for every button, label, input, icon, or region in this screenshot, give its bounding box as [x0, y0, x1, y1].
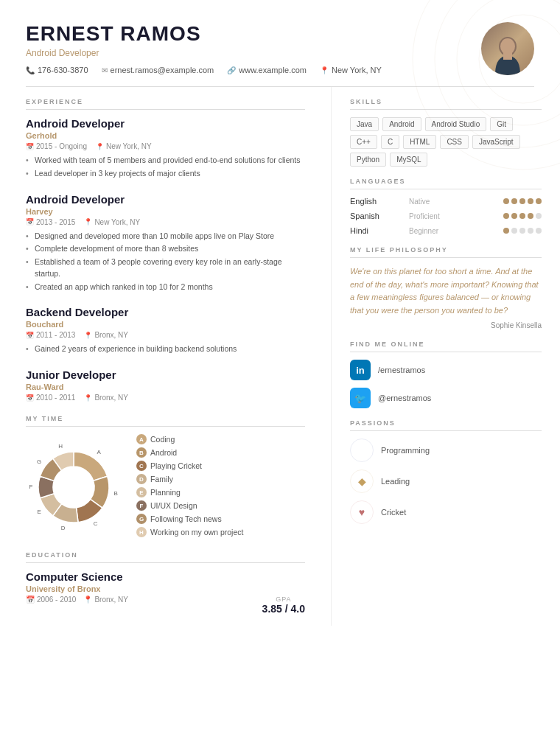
philosophy-text: We're on this planet for too short a tim…: [350, 265, 542, 317]
exp-period: 📅 2010 - 2011: [26, 394, 75, 402]
svg-point-5: [500, 38, 515, 55]
lang-name: Hindi: [350, 226, 409, 235]
skill-tag: JavaScript: [472, 135, 520, 149]
svg-text:E: E: [37, 509, 41, 515]
passion-item-leading: ◆ Leading: [350, 469, 542, 493]
twitter-icon: 🐦: [350, 388, 371, 408]
passions-section: PASSIONS Programming ◆ Leading ♥ Cricket: [350, 419, 542, 524]
exp-period: 📅 2013 - 2015: [26, 218, 75, 226]
philosophy-author: Sophie Kinsella: [350, 321, 542, 329]
languages-list: English Native Spanish Proficient Hindi …: [350, 197, 542, 235]
lang-dots: [503, 213, 542, 219]
edu-period-item: 📅 2006 - 2010: [26, 595, 76, 604]
find-online-section: FIND ME ONLINE in /ernestramos 🐦 @ernest…: [350, 340, 542, 408]
experience-item: Backend Developer Bouchard 📅 2011 - 2013…: [26, 306, 305, 355]
header-left: ERNEST RAMOS Android Developer 📞 176-630…: [26, 22, 382, 74]
legend-letter: A: [136, 434, 147, 444]
main-content: EXPERIENCE Android Developer Gerhold 📅 2…: [0, 87, 560, 626]
svg-text:A: A: [97, 449, 101, 455]
exp-meta: 📅 2015 - Ongoing 📍 New York, NY: [26, 142, 305, 150]
bullet-item: Created an app which ranked in top 10 fo…: [26, 282, 305, 293]
lang-dot: [536, 213, 542, 219]
skill-tag: Android: [382, 117, 421, 131]
exp-location: 📍 Bronx, NY: [84, 331, 128, 339]
languages-label: LANGUAGES: [350, 178, 542, 189]
lang-dot: [503, 228, 509, 234]
legend-letter: E: [136, 487, 147, 497]
social-list: in /ernestramos 🐦 @ernestramos: [350, 360, 542, 408]
education-section: EDUCATION Computer Science University of…: [26, 551, 305, 615]
bullet-item: Gained 2 years of experience in building…: [26, 343, 305, 355]
header: ERNEST RAMOS Android Developer 📞 176-630…: [0, 0, 560, 86]
skill-tag: CSS: [440, 135, 469, 149]
lang-dot: [536, 228, 542, 234]
calendar-icon: 📅: [26, 332, 34, 339]
email-item: ✉ ernest.ramos@example.com: [102, 66, 214, 74]
lang-level: Native: [409, 198, 503, 206]
time-legend-item: F UI/UX Design: [136, 500, 305, 511]
candidate-title: Android Developer: [26, 48, 382, 58]
legend-label: Working on my own project: [150, 528, 243, 537]
exp-company: Harvey: [26, 207, 305, 216]
passion-item-programming: Programming: [350, 439, 542, 462]
legend-label: Following Tech news: [150, 514, 222, 523]
philosophy-label: MY LIFE PHILOSOPHY: [350, 246, 542, 258]
lang-dot: [511, 213, 517, 219]
legend-label: UI/UX Design: [150, 501, 197, 510]
time-legend-item: A Coding: [136, 434, 305, 444]
bullet-item: Designed and developed more than 10 mobi…: [26, 231, 305, 242]
edu-meta: 📅 2006 - 2010 📍 Bronx, NY: [26, 595, 128, 604]
passion-icon: [350, 439, 374, 462]
philosophy-section: MY LIFE PHILOSOPHY We're on this planet …: [350, 246, 542, 329]
avatar: [481, 22, 534, 75]
legend-label: Planning: [150, 488, 181, 497]
contact-info: 📞 176-630-3870 ✉ ernest.ramos@example.co…: [26, 66, 382, 74]
skill-tag: Python: [350, 153, 386, 167]
linkedin-icon: in: [350, 360, 371, 380]
legend-letter: F: [136, 500, 147, 511]
lang-dots: [503, 228, 542, 234]
avatar-image: [481, 22, 534, 75]
svg-text:B: B: [114, 490, 118, 497]
svg-text:F: F: [29, 483, 33, 490]
edu-school: University of Bronx: [26, 584, 305, 593]
experience-item: Junior Developer Rau-Ward 📅 2010 - 2011 …: [26, 368, 305, 402]
time-legend-item: D Family: [136, 474, 305, 484]
gpa-label: GPA: [262, 595, 305, 603]
edu-period: 2006 - 2010: [37, 595, 76, 604]
exp-location: 📍 New York, NY: [84, 218, 140, 226]
edu-location-item: 📍 Bronx, NY: [83, 595, 128, 604]
legend-label: Coding: [150, 435, 175, 444]
lang-dot: [528, 228, 533, 234]
exp-title: Junior Developer: [26, 368, 305, 381]
edu-meta-row: 📅 2006 - 2010 📍 Bronx, NY GPA 3.85 / 4.0: [26, 595, 305, 615]
time-legend-item: E Planning: [136, 487, 305, 497]
lang-level: Beginner: [409, 227, 503, 235]
skills-label: SKILLS: [350, 98, 542, 110]
legend-letter: G: [136, 514, 147, 524]
exp-company: Gerhold: [26, 131, 305, 140]
experience-label: EXPERIENCE: [26, 98, 305, 110]
time-legend-item: B Android: [136, 447, 305, 458]
social-item-twitter[interactable]: 🐦 @ernestramos: [350, 388, 542, 408]
passion-icon: ◆: [350, 469, 374, 493]
lang-level: Proficient: [409, 212, 503, 220]
exp-period: 📅 2011 - 2013: [26, 331, 75, 339]
lang-dot: [519, 198, 525, 204]
bullet-item: Complete development of more than 8 webs…: [26, 243, 305, 255]
social-item-linkedin[interactable]: in /ernestramos: [350, 360, 542, 380]
twitter-handle: @ernestramos: [378, 394, 431, 402]
gpa-value: 3.85 / 4.0: [262, 603, 305, 615]
legend-label: Family: [150, 475, 173, 483]
location-exp-icon: 📍: [96, 143, 104, 150]
time-legend-item: C Playing Cricket: [136, 461, 305, 471]
phone-icon: 📞: [26, 66, 35, 74]
phone-number: 176-630-3870: [38, 66, 88, 74]
skills-tags: JavaAndroidAndroid StudioGitC++CHTMLCSSJ…: [350, 117, 542, 167]
lang-dot: [503, 198, 509, 204]
skill-tag: Android Studio: [425, 117, 487, 131]
location-item: 📍 New York, NY: [320, 66, 382, 74]
exp-title: Android Developer: [26, 117, 305, 130]
time-legend-item: G Following Tech news: [136, 514, 305, 524]
location-text: New York, NY: [332, 66, 382, 74]
